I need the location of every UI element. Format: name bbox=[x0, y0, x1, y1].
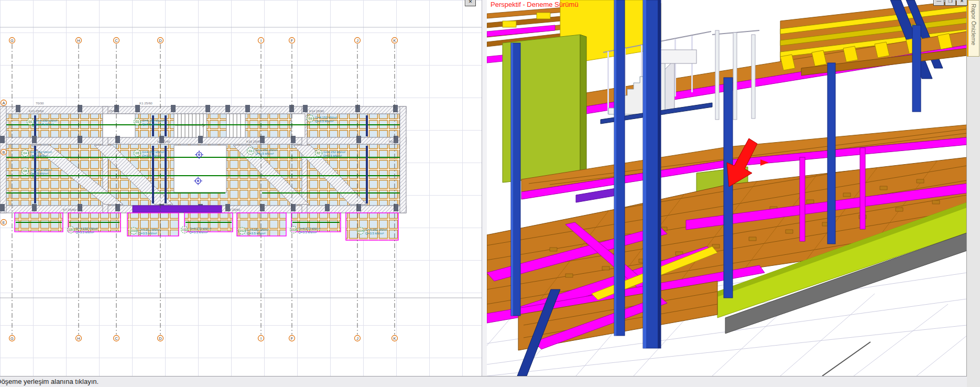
slab-live-load: Q=3.5 kN/m² bbox=[189, 230, 208, 234]
slab-id: D7 bbox=[317, 152, 320, 155]
slab-live-load: Q=3.5 kN/m² bbox=[365, 231, 384, 235]
slab-dead-load: G=4.152 kN/m² bbox=[365, 228, 387, 231]
beam-label: K7 25/60 bbox=[63, 208, 76, 211]
axis-bubble-label: A bbox=[2, 101, 5, 105]
slab-live-load: Q=3.5 kN/m² bbox=[142, 154, 160, 157]
axis-bubble-label: G bbox=[10, 38, 14, 43]
slab-id: D10 bbox=[131, 229, 136, 232]
slab-id: D12 bbox=[239, 229, 245, 232]
axis-bubble-label: D bbox=[159, 336, 162, 341]
tab-report-preview[interactable]: Rapor Önizleme bbox=[967, 0, 979, 57]
beam-label: 70/30 bbox=[36, 101, 44, 105]
slab-dead-load: G=4.152 kN/m² bbox=[323, 150, 345, 154]
axis-bubble-label: F bbox=[291, 38, 293, 43]
status-bar: Döşeme yerleşim alanına tıklayın. bbox=[0, 376, 967, 387]
slab-id: D1 bbox=[28, 120, 32, 123]
application-window: GGHHCCDDIIFFJJKKABED1G=4.152 kN/m²Q=3.5 … bbox=[0, 0, 980, 387]
perspective-view-panel[interactable]: Perspektif - Deneme Sürümü bbox=[487, 0, 967, 376]
slab-dead-load: G=4.152 kN/m² bbox=[30, 168, 52, 171]
slab-dead-load: G=4.152 kN/m² bbox=[142, 150, 164, 154]
slab-dead-load: G=4.152 kN/m² bbox=[247, 228, 269, 231]
beam-label: K1 25/60 bbox=[139, 101, 153, 105]
slab-live-load: Q=3.5 kN/m² bbox=[247, 231, 265, 235]
axis-bubble-label: D bbox=[159, 38, 162, 43]
status-message: Döşeme yerleşim alanına tıklayın. bbox=[0, 377, 99, 387]
axis-bubble-label: G bbox=[10, 336, 14, 341]
minimize-button[interactable]: — bbox=[933, 0, 944, 6]
restore-button[interactable]: ❐ bbox=[945, 0, 956, 6]
axis-bubble-label: E bbox=[2, 220, 5, 225]
slab-id: D4 bbox=[23, 152, 27, 155]
white-columns bbox=[712, 30, 759, 120]
slab-id: D11 bbox=[182, 228, 187, 231]
slab-dead-load: G=4.152 kN/m² bbox=[298, 227, 320, 230]
slab-live-load: Q=3.5 kN/m² bbox=[35, 122, 53, 126]
slab-dead-load: G=4.152 kN/m² bbox=[142, 119, 164, 122]
slab-id: D14 bbox=[358, 229, 363, 232]
beam-label: 60/35 bbox=[389, 139, 397, 143]
slab-id: D2 bbox=[135, 120, 139, 123]
axis-bubble-label: H bbox=[77, 336, 80, 341]
slab-id: D3 bbox=[308, 117, 312, 120]
axis-bubble-label: B bbox=[2, 150, 5, 155]
beam-label: 25/60 bbox=[109, 109, 117, 113]
tab-report-preview-label: Rapor Önizleme bbox=[971, 4, 977, 45]
slab-id: D9 bbox=[69, 228, 72, 231]
slab-dead-load: G=4.152 kN/m² bbox=[255, 148, 277, 152]
slab-live-load: Q=3.5 kN/m² bbox=[298, 230, 317, 234]
beam-label: K19 25/60 bbox=[225, 208, 241, 211]
axis-bubble-label: I bbox=[260, 38, 262, 43]
plan-view-panel[interactable]: GGHHCCDDIIFFJJKKABED1G=4.152 kN/m²Q=3.5 … bbox=[0, 0, 482, 376]
axis-bubble-label: H bbox=[77, 38, 80, 43]
slab-dead-load: G=4.152 kN/m² bbox=[138, 228, 160, 231]
slab-dead-load: G=4.152 kN/m² bbox=[189, 227, 211, 230]
axis-bubble-label: J bbox=[356, 336, 358, 341]
slab-dead-load: G=4.152 kN/m² bbox=[315, 115, 337, 119]
axis-bubble-label: C bbox=[115, 38, 118, 43]
slab-id: D5 bbox=[135, 152, 139, 155]
axis-bubble-label: I bbox=[260, 336, 262, 341]
axis-bubble-label: F bbox=[291, 336, 293, 341]
beam-label: K13 25/60 bbox=[29, 109, 44, 113]
slab-live-load: Q=3.5 kN/m² bbox=[255, 152, 274, 155]
axis-bubble-label: J bbox=[356, 38, 358, 43]
slab-id: D13 bbox=[291, 228, 296, 231]
beam-label: K4 25/60 bbox=[157, 139, 170, 143]
slab-live-load: Q=3.5 kN/m² bbox=[315, 119, 333, 123]
plan-drawing-canvas[interactable]: GGHHCCDDIIFFJJKKABED1G=4.152 kN/m²Q=3.5 … bbox=[0, 0, 482, 376]
slab-dead-load: G=4.152 kN/m² bbox=[30, 150, 52, 154]
slab-dead-load: G=4.152 kN/m² bbox=[75, 227, 97, 230]
scene-canvas[interactable] bbox=[487, 0, 967, 376]
plan-panel-close-button[interactable]: ✕ bbox=[465, 0, 476, 6]
axis-bubble-label: C bbox=[115, 336, 118, 341]
slab-id: D8 bbox=[23, 169, 27, 173]
close-button[interactable]: ✕ bbox=[956, 0, 967, 6]
slab-live-load: Q=3.5 kN/m² bbox=[142, 122, 160, 126]
beam-label: K14 25/60 bbox=[309, 109, 324, 113]
axis-bubble-label: K bbox=[393, 336, 396, 341]
slab-live-load: Q=3.5 kN/m² bbox=[323, 154, 342, 157]
slab-live-load: Q=3.5 kN/m² bbox=[75, 230, 94, 234]
slab-live-load: Q=3.5 kN/m² bbox=[30, 154, 48, 157]
slab-dead-load: G=4.152 kN/m² bbox=[35, 119, 57, 122]
slab-id: D6 bbox=[248, 149, 252, 153]
slab-live-load: Q=3.5 kN/m² bbox=[138, 231, 157, 235]
slab-live-load: Q=3.5 kN/m² bbox=[30, 171, 48, 175]
beam-label: K16 25/60 bbox=[246, 139, 262, 143]
view-title: Perspektif - Deneme Sürümü bbox=[491, 1, 579, 8]
side-tab-strip: Rapor Önizleme bbox=[966, 0, 980, 387]
purple-beam bbox=[133, 206, 222, 212]
axis-bubble-label: K bbox=[393, 38, 396, 43]
